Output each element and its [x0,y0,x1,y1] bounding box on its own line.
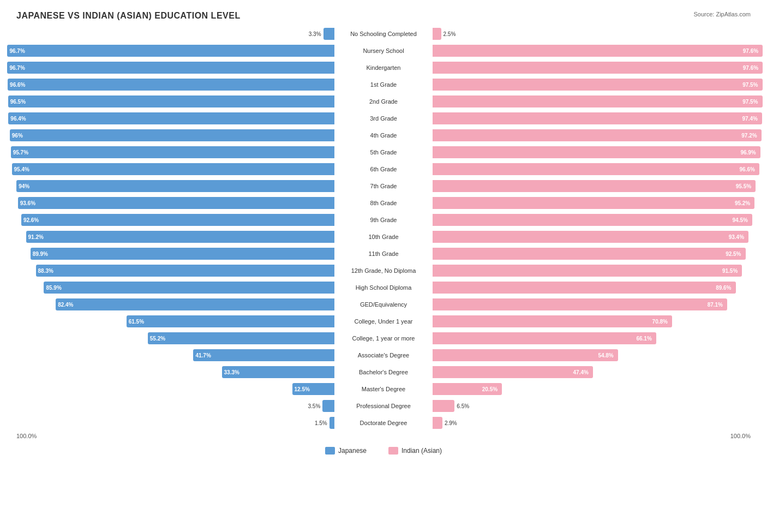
right-section: 20.5% [433,381,751,397]
right-section: 94.5% [433,212,751,228]
bar-left [322,400,334,412]
bar-row: 82.4%GED/Equivalency87.1% [16,297,751,312]
bar-label: 10th Grade [334,232,433,241]
right-section: 95.2% [433,195,751,211]
bar-left: 96.5% [8,95,334,107]
right-section: 92.5% [433,246,751,261]
bar-row: 41.7%Associate's Degree54.8% [16,348,751,363]
right-section: 97.5% [433,77,751,92]
bar-left: 88.3% [36,265,334,277]
value-left: 82.4% [56,302,73,308]
left-section: 96.7% [16,60,334,75]
bar-label: 8th Grade [334,199,433,207]
value-left: 33.3% [222,369,239,375]
bar-right [433,28,441,40]
bar-row: 91.2%10th Grade93.4% [16,229,751,244]
bar-left: 91.2% [26,231,334,243]
chart-title: JAPANESE VS INDIAN (ASIAN) EDUCATION LEV… [16,11,751,21]
value-left: 3.5% [308,403,321,409]
right-section: 47.4% [433,364,751,380]
bar-row: 95.7%5th Grade96.9% [16,145,751,160]
value-right: 96.9% [740,150,758,156]
left-section: 12.5% [16,381,334,397]
bar-left: 33.3% [222,366,334,378]
left-section: 95.4% [16,162,334,177]
value-left: 96.7% [7,48,25,54]
bar-right: 95.5% [433,180,756,192]
right-section: 97.2% [433,128,751,143]
value-left: 55.2% [148,336,165,342]
value-right: 87.1% [708,302,725,308]
legend-box-japanese [325,447,335,455]
bar-left: 95.4% [12,163,334,175]
bar-label: 12th Grade, No Diploma [334,266,433,275]
bar-label: Doctorate Degree [334,419,433,427]
value-left: 96.7% [7,65,25,71]
legend-japanese: Japanese [325,447,367,455]
left-section: 1.5% [16,415,334,431]
value-right: 97.5% [742,82,760,88]
bar-row: 85.9%High School Diploma89.6% [16,280,751,295]
value-left: 91.2% [26,234,44,240]
bar-label: 9th Grade [334,216,433,224]
bar-left: 12.5% [292,383,335,395]
bar-row: 55.2%College, 1 year or more66.1% [16,331,751,346]
bar-row: 3.5%Professional Degree6.5% [16,398,751,414]
bar-left [323,28,334,40]
bar-right: 66.1% [433,332,656,344]
value-right: 97.2% [741,133,759,139]
legend-indian: Indian (Asian) [388,447,442,455]
value-right: 70.8% [652,319,670,325]
value-left: 1.5% [315,420,327,426]
right-section: 2.5% [433,26,751,41]
bar-left [329,417,334,429]
right-section: 70.8% [433,314,751,329]
bar-left: 41.7% [193,349,334,361]
bar-left: 96.4% [8,112,334,124]
right-section: 87.1% [433,297,751,312]
bar-label: Bachelor's Degree [334,368,433,376]
value-left: 92.6% [21,217,39,223]
bar-right: 97.5% [433,95,763,107]
value-right: 97.5% [742,99,760,105]
bar-row: 92.6%9th Grade94.5% [16,212,751,228]
left-section: 96.4% [16,111,334,126]
bar-right: 91.5% [433,265,742,277]
bar-right: 97.6% [433,62,763,74]
bar-right [433,417,442,429]
bar-right: 96.9% [433,146,760,158]
left-section: 89.9% [16,246,334,261]
bar-right: 96.6% [433,163,759,175]
right-section: 97.4% [433,111,751,126]
bar-label: GED/Equivalency [334,300,433,309]
left-section: 96% [16,128,334,143]
value-left: 96.6% [8,82,25,88]
value-right: 96.6% [740,166,757,172]
bar-right [433,400,454,412]
bar-label: 4th Grade [334,131,433,140]
bar-label: 2nd Grade [334,97,433,106]
bar-label: Kindergarten [334,63,433,72]
left-section: 82.4% [16,297,334,312]
bar-row: 96%4th Grade97.2% [16,128,751,143]
value-left: 93.6% [18,200,35,206]
value-right: 95.5% [736,183,753,189]
value-right: 2.9% [445,420,457,426]
value-right: 89.6% [716,285,733,291]
bar-right: 47.4% [433,366,593,378]
left-section: 96.6% [16,77,334,92]
right-section: 66.1% [433,331,751,346]
bar-row: 96.6%1st Grade97.5% [16,77,751,92]
bar-row: 89.9%11th Grade92.5% [16,246,751,261]
value-right: 97.6% [743,65,760,71]
bar-label: Professional Degree [334,402,433,410]
bar-row: 12.5%Master's Degree20.5% [16,381,751,397]
bar-right: 97.6% [433,45,763,57]
right-section: 97.5% [433,94,751,109]
bar-label: College, Under 1 year [334,317,433,326]
left-section: 61.5% [16,314,334,329]
right-section: 2.9% [433,415,751,431]
left-section: 3.3% [16,26,334,41]
legend: Japanese Indian (Asian) [16,447,751,455]
value-right: 93.4% [729,234,746,240]
